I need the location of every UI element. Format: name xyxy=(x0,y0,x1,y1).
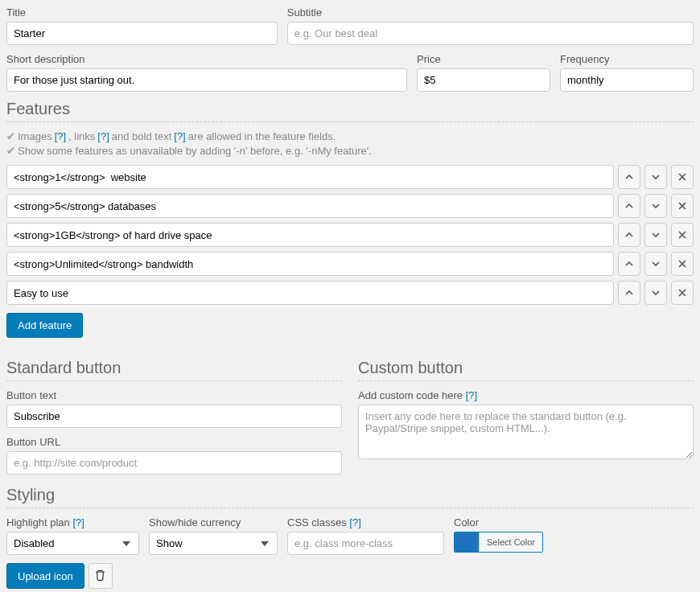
standard-button-heading: Standard button xyxy=(6,359,342,377)
feature-row xyxy=(6,281,694,305)
price-label: Price xyxy=(417,53,550,65)
move-down-button[interactable] xyxy=(644,281,667,305)
move-up-button[interactable] xyxy=(618,165,640,189)
custom-code-label: Add custom code here [?] xyxy=(358,389,694,401)
chevron-up-icon xyxy=(625,229,633,241)
add-feature-button[interactable]: Add feature xyxy=(6,313,83,338)
close-icon xyxy=(678,258,686,270)
button-url-label: Button URL xyxy=(6,436,342,448)
close-icon xyxy=(678,229,686,241)
title-input[interactable] xyxy=(6,22,278,45)
chevron-up-icon xyxy=(625,287,633,299)
chevron-down-icon xyxy=(652,287,660,299)
button-text-input[interactable] xyxy=(6,405,342,428)
divider xyxy=(6,508,694,508)
feature-input[interactable] xyxy=(6,194,614,218)
chevron-down-icon xyxy=(652,229,660,241)
custom-button-heading: Custom button xyxy=(358,359,694,377)
feature-row xyxy=(6,165,694,189)
chevron-up-icon xyxy=(625,258,633,270)
chevron-down-icon xyxy=(652,171,660,183)
feature-row xyxy=(6,252,694,276)
remove-button[interactable] xyxy=(671,194,694,218)
delete-button[interactable] xyxy=(89,563,113,589)
frequency-label: Frequency xyxy=(560,53,694,65)
close-icon xyxy=(678,200,686,212)
check-icon: ✔ xyxy=(6,130,15,142)
close-icon xyxy=(678,287,686,299)
chevron-up-icon xyxy=(625,171,633,183)
hint-allowed: ✔ Images [?] , links [?] and bold text [… xyxy=(6,130,694,142)
move-down-button[interactable] xyxy=(644,252,667,276)
move-down-button[interactable] xyxy=(644,165,667,189)
help-icon[interactable]: [?] xyxy=(97,130,109,142)
divider xyxy=(358,380,694,381)
remove-button[interactable] xyxy=(671,252,694,276)
chevron-down-icon xyxy=(652,258,660,270)
trash-icon xyxy=(95,569,105,583)
feature-input[interactable] xyxy=(6,252,614,276)
subtitle-input[interactable] xyxy=(287,22,694,45)
color-label: Color xyxy=(454,516,543,528)
check-icon: ✔ xyxy=(6,145,15,157)
feature-input[interactable] xyxy=(6,165,614,189)
move-up-button[interactable] xyxy=(618,194,640,218)
close-icon xyxy=(678,171,686,183)
divider xyxy=(6,121,694,122)
remove-button[interactable] xyxy=(671,165,694,189)
show-hide-currency-select[interactable]: Show xyxy=(149,532,278,555)
features-heading: Features xyxy=(6,100,694,118)
feature-input[interactable] xyxy=(6,223,614,247)
custom-code-textarea[interactable] xyxy=(358,405,694,459)
color-picker[interactable]: Select Color xyxy=(454,532,543,553)
chevron-up-icon xyxy=(625,200,633,212)
divider xyxy=(6,380,342,381)
move-up-button[interactable] xyxy=(618,223,640,247)
help-icon[interactable]: [?] xyxy=(349,516,360,528)
move-up-button[interactable] xyxy=(618,281,640,305)
select-color-button[interactable]: Select Color xyxy=(479,532,542,552)
feature-row xyxy=(6,194,694,218)
title-label: Title xyxy=(6,6,278,18)
price-input[interactable] xyxy=(417,68,550,92)
css-classes-input[interactable] xyxy=(287,532,444,555)
chevron-down-icon xyxy=(652,200,660,212)
remove-button[interactable] xyxy=(671,223,694,247)
css-classes-label: CSS classes [?] xyxy=(287,516,444,528)
highlight-plan-label: Highlight plan [?] xyxy=(6,516,139,528)
upload-icon-button[interactable]: Upload icon xyxy=(6,563,84,589)
move-down-button[interactable] xyxy=(644,194,667,218)
help-icon[interactable]: [?] xyxy=(55,130,66,142)
hint-unavailable: ✔ Show some features as unavailable by a… xyxy=(6,145,694,157)
help-icon[interactable]: [?] xyxy=(466,389,477,401)
subtitle-label: Subtitle xyxy=(287,6,694,18)
button-url-input[interactable] xyxy=(6,451,342,475)
styling-heading: Styling xyxy=(6,486,694,504)
short-desc-label: Short description xyxy=(6,53,407,65)
help-icon[interactable]: [?] xyxy=(174,130,185,142)
button-text-label: Button text xyxy=(6,389,342,401)
help-icon[interactable]: [?] xyxy=(72,516,84,528)
show-hide-currency-label: Show/hide currency xyxy=(149,516,278,528)
feature-input[interactable] xyxy=(6,281,614,305)
move-up-button[interactable] xyxy=(618,252,640,276)
frequency-input[interactable] xyxy=(560,68,694,92)
short-desc-input[interactable] xyxy=(6,68,407,92)
highlight-plan-select[interactable]: Disabled xyxy=(6,532,139,555)
move-down-button[interactable] xyxy=(644,223,667,247)
remove-button[interactable] xyxy=(671,281,694,305)
color-swatch xyxy=(455,532,479,552)
feature-row xyxy=(6,223,694,247)
